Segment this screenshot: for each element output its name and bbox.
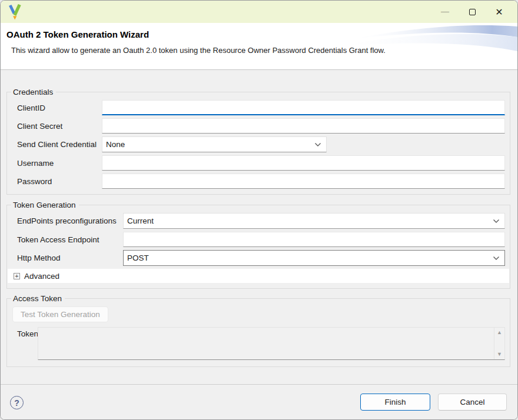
endpoints-preconfigurations-label: EndPoints preconfigurations <box>12 216 123 225</box>
client-secret-label: Client Secret <box>12 122 102 131</box>
endpoints-preconfigurations-row: EndPoints preconfigurations Current <box>12 213 505 229</box>
send-client-credential-label: Send Client Credential <box>12 140 102 149</box>
access-token-group-legend: Access Token <box>11 294 65 304</box>
password-row: Password <box>12 174 505 189</box>
scroll-down-icon: ▼ <box>497 352 502 357</box>
chevron-down-icon <box>314 142 321 147</box>
send-client-credential-row: Send Client Credential None <box>12 136 505 152</box>
token-label: Token <box>12 329 38 338</box>
chevron-down-icon <box>493 219 500 224</box>
maximize-button[interactable] <box>459 1 486 23</box>
http-method-row: Http Method POST <box>12 250 505 266</box>
minimize-button: — <box>431 1 459 23</box>
test-token-generation-button: Test Token Generation <box>12 306 108 322</box>
token-value <box>38 328 494 359</box>
scroll-up-icon: ▲ <box>497 330 502 335</box>
credentials-group-legend: Credentials <box>11 87 56 97</box>
button-bar: ? Finish Cancel <box>1 384 517 419</box>
expand-plus-icon[interactable]: + <box>14 273 20 279</box>
username-input[interactable] <box>102 155 505 171</box>
send-client-credential-value: None <box>106 140 125 149</box>
clientid-input[interactable] <box>102 100 505 115</box>
title-bar: — ✕ <box>1 1 517 23</box>
http-method-label: Http Method <box>12 254 123 262</box>
chevron-down-icon <box>493 256 500 261</box>
help-icon: ? <box>14 398 19 408</box>
token-generation-group-legend: Token Generation <box>11 200 79 210</box>
app-logo-v-icon <box>8 4 22 21</box>
advanced-expander[interactable]: + Advanced <box>8 269 509 283</box>
page-description: This wizard allow to generate an Oauth 2… <box>11 46 517 55</box>
minimize-icon: — <box>441 7 449 16</box>
client-secret-input[interactable] <box>102 118 505 134</box>
username-row: Username <box>12 155 505 171</box>
token-access-endpoint-input[interactable] <box>123 232 505 247</box>
wizard-content: Credentials ClientID Client Secret Send … <box>1 70 517 384</box>
clientid-label: ClientID <box>12 104 102 112</box>
cancel-button[interactable]: Cancel <box>438 394 507 411</box>
page-title: OAuth 2 Token Generation Wizard <box>6 29 517 39</box>
client-secret-row: Client Secret <box>12 118 505 134</box>
access-token-group: Access Token Test Token Generation Token… <box>6 298 510 367</box>
close-button[interactable]: ✕ <box>486 1 513 23</box>
http-method-dropdown[interactable]: POST <box>123 250 505 266</box>
token-row: Token ▲ ▼ <box>12 327 505 360</box>
token-generation-group: Token Generation EndPoints preconfigurat… <box>6 205 510 289</box>
help-button[interactable]: ? <box>10 396 24 409</box>
maximize-icon <box>469 9 476 15</box>
token-access-endpoint-row: Token Access Endpoint <box>12 232 505 247</box>
http-method-value: POST <box>127 254 149 262</box>
clientid-row: ClientID <box>12 100 505 115</box>
token-scrollbar: ▲ ▼ <box>494 328 504 359</box>
endpoints-preconfigurations-dropdown[interactable]: Current <box>123 213 505 229</box>
password-input[interactable] <box>102 174 505 189</box>
token-textarea: ▲ ▼ <box>38 327 505 360</box>
send-client-credential-dropdown[interactable]: None <box>102 136 327 152</box>
username-label: Username <box>12 159 102 168</box>
oauth2-wizard-dialog: — ✕ <box>0 0 518 420</box>
window-controls: — ✕ <box>431 1 517 23</box>
password-label: Password <box>12 177 102 186</box>
token-access-endpoint-label: Token Access Endpoint <box>12 235 123 244</box>
advanced-label: Advanced <box>24 272 59 281</box>
wizard-banner: OAuth 2 Token Generation Wizard This wiz… <box>1 23 517 70</box>
finish-button[interactable]: Finish <box>360 394 430 411</box>
endpoints-preconfigurations-value: Current <box>127 216 154 225</box>
credentials-group: Credentials ClientID Client Secret Send … <box>6 92 510 195</box>
close-icon: ✕ <box>495 6 503 18</box>
